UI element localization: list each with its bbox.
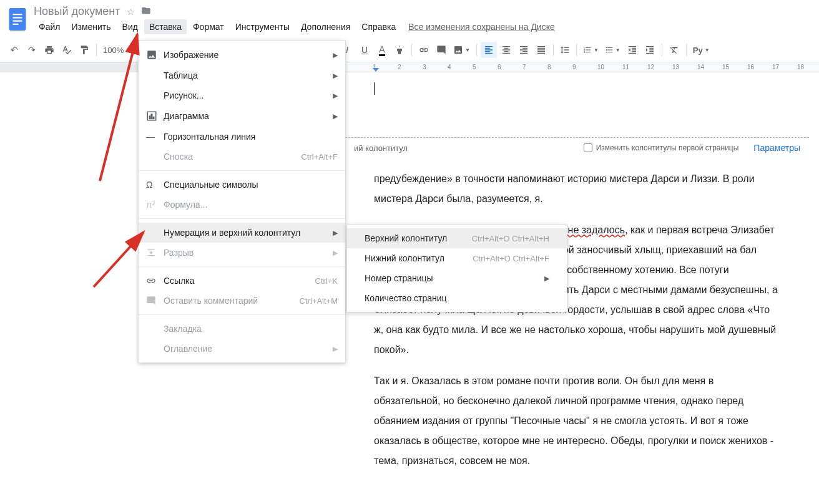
ruler-ticks: 123456789101112131415161718 bbox=[345, 62, 819, 72]
dd-image[interactable]: Изображение▶ bbox=[139, 44, 345, 65]
redo-icon[interactable]: ↷ bbox=[24, 42, 40, 58]
line-spacing-icon[interactable] bbox=[557, 45, 572, 55]
text-color-icon[interactable]: A bbox=[374, 42, 390, 58]
dd-link[interactable]: СсылкаCtrl+K bbox=[139, 271, 345, 291]
menu-edit[interactable]: Изменить bbox=[66, 19, 115, 34]
header-params-link[interactable]: Параметры bbox=[753, 143, 800, 153]
svg-rect-6 bbox=[149, 116, 150, 119]
svg-rect-0 bbox=[9, 8, 26, 31]
dd-special-chars[interactable]: ΩСпециальные символы bbox=[139, 175, 345, 195]
menu-addons[interactable]: Дополнения bbox=[296, 19, 355, 34]
spellcheck-icon[interactable] bbox=[59, 42, 75, 58]
align-left-icon[interactable] bbox=[481, 42, 497, 58]
input-tools[interactable]: Ру▼ bbox=[690, 46, 712, 55]
numbered-list-icon[interactable]: ▼ bbox=[581, 46, 601, 54]
text-cursor bbox=[374, 82, 375, 95]
menu-bar: Файл Изменить Вид Вставка Формат Инструм… bbox=[34, 19, 561, 34]
dd-table[interactable]: Таблица▶ bbox=[139, 65, 345, 85]
undo-icon[interactable]: ↶ bbox=[6, 42, 22, 58]
svg-rect-8 bbox=[153, 117, 154, 119]
insert-dropdown: Изображение▶ Таблица▶ Рисунок...▶ Диагра… bbox=[138, 40, 346, 363]
svg-rect-7 bbox=[151, 114, 152, 119]
align-center-icon[interactable] bbox=[498, 42, 514, 58]
svg-rect-2 bbox=[13, 17, 22, 18]
dd-break[interactable]: Разрыв▶ bbox=[139, 243, 345, 263]
bullet-list-icon[interactable]: ▼ bbox=[602, 46, 623, 54]
document-title[interactable]: Новый документ bbox=[34, 5, 120, 18]
ruler: 123456789101112131415161718 bbox=[0, 62, 819, 72]
toolbar: ↶ ↷ 100%▼ I U A ▼ ▼ ▼ Ру▼ bbox=[0, 38, 819, 62]
highlight-icon[interactable] bbox=[391, 42, 408, 58]
indent-increase-icon[interactable] bbox=[642, 42, 658, 58]
menu-help[interactable]: Справка bbox=[356, 19, 401, 34]
svg-rect-3 bbox=[13, 21, 22, 22]
print-icon[interactable] bbox=[41, 42, 57, 58]
dd-equation: π²Формула... bbox=[139, 195, 345, 215]
menu-tools[interactable]: Инструменты bbox=[230, 19, 295, 34]
document-body[interactable]: предубеждение» в точности напоминают ист… bbox=[345, 158, 809, 493]
star-icon[interactable]: ☆ bbox=[127, 7, 135, 17]
title-area: Новый документ ☆ Файл Изменить Вид Встав… bbox=[34, 5, 561, 34]
menu-file[interactable]: Файл bbox=[34, 19, 65, 34]
link-icon[interactable] bbox=[416, 42, 432, 58]
svg-rect-1 bbox=[13, 14, 22, 15]
dd-chart[interactable]: Диаграмма▶ bbox=[139, 105, 345, 127]
folder-icon[interactable] bbox=[141, 6, 151, 17]
page-header-bar: ий колонтитул Изменить колонтитулы перво… bbox=[345, 137, 809, 158]
dd-drawing[interactable]: Рисунок...▶ bbox=[139, 85, 345, 105]
sm-header[interactable]: Верхний колонтитулCtrl+Alt+O Ctrl+Alt+H bbox=[347, 228, 567, 248]
comment-icon[interactable] bbox=[433, 42, 449, 58]
dd-footnote: СноскаCtrl+Alt+F bbox=[139, 147, 345, 167]
sm-footer[interactable]: Нижний колонтитулCtrl+Alt+O Ctrl+Alt+F bbox=[347, 248, 567, 268]
sm-page-number[interactable]: Номер страницы▶ bbox=[347, 268, 567, 288]
dd-toc: Оглавление▶ bbox=[139, 339, 345, 359]
sm-page-count[interactable]: Количество страниц bbox=[347, 288, 567, 308]
clear-format-icon[interactable] bbox=[666, 42, 682, 58]
dd-comment: Оставить комментарийCtrl+Alt+M bbox=[139, 291, 345, 311]
app-header: Новый документ ☆ Файл Изменить Вид Встав… bbox=[0, 0, 819, 34]
paint-format-icon[interactable] bbox=[76, 42, 92, 58]
align-right-icon[interactable] bbox=[516, 42, 532, 58]
svg-line-10 bbox=[94, 232, 144, 287]
header-label: ий колонтитул bbox=[354, 143, 584, 153]
menu-insert[interactable]: Вставка bbox=[144, 19, 187, 34]
menu-format[interactable]: Формат bbox=[188, 19, 229, 34]
dd-numbering-header[interactable]: Нумерация и верхний колонтитул▶ bbox=[139, 223, 345, 243]
first-page-checkbox[interactable]: Изменить колонтитулы первой страницы bbox=[584, 143, 739, 152]
underline-icon[interactable]: U bbox=[356, 42, 373, 58]
zoom-select[interactable]: 100%▼ bbox=[101, 46, 129, 55]
menu-view[interactable]: Вид bbox=[117, 19, 143, 34]
image-insert-icon[interactable]: ▼ bbox=[451, 45, 473, 55]
align-justify-icon[interactable] bbox=[533, 42, 549, 58]
dd-hr[interactable]: —Горизонтальная линия bbox=[139, 127, 345, 147]
paragraph-1[interactable]: предубеждение» в точности напоминают ист… bbox=[374, 169, 780, 209]
save-status[interactable]: Все изменения сохранены на Диске bbox=[402, 19, 561, 34]
indent-decrease-icon[interactable] bbox=[624, 42, 640, 58]
paragraph-3[interactable]: Так и я. Оказалась в этом романе почти п… bbox=[374, 371, 780, 471]
svg-rect-4 bbox=[13, 24, 19, 25]
dd-bookmark: Закладка bbox=[139, 319, 345, 339]
docs-logo-icon[interactable] bbox=[6, 5, 29, 34]
numbering-submenu: Верхний колонтитулCtrl+Alt+O Ctrl+Alt+H … bbox=[346, 224, 567, 313]
